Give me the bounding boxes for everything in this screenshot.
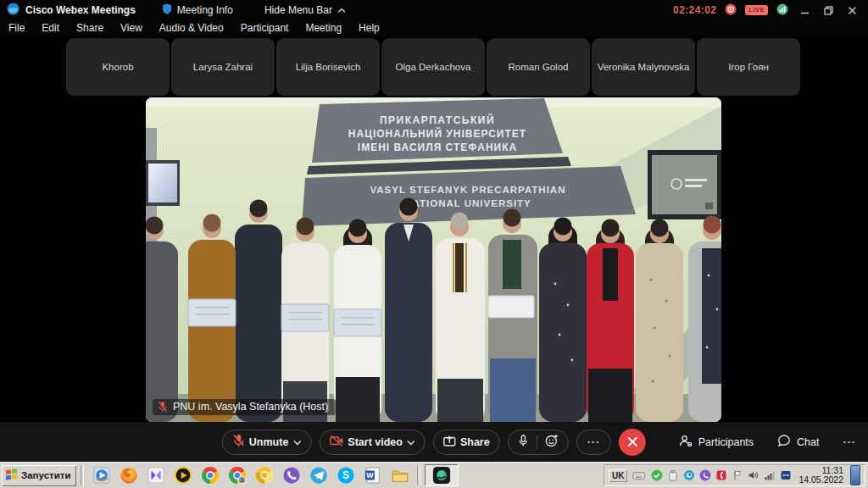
webex-logo-icon xyxy=(7,3,19,18)
divider xyxy=(537,435,537,449)
hide-menu-bar-button[interactable]: Hide Menu Bar xyxy=(264,4,346,16)
participant-tile[interactable]: Larysa Zahrai xyxy=(171,38,275,96)
clock-date: 14.05.2022 xyxy=(798,475,843,485)
left-tv xyxy=(146,160,180,206)
start-video-button[interactable]: Start video xyxy=(319,430,426,455)
mic-muted-icon xyxy=(158,401,168,413)
audio-reactions-group xyxy=(508,430,569,455)
restore-button[interactable] xyxy=(821,3,836,18)
menu-edit[interactable]: Edit xyxy=(33,22,68,34)
meeting-timer: 02:24:02 xyxy=(673,4,716,16)
chevron-up-icon xyxy=(337,4,346,16)
participant-tile[interactable]: Lilja Borisevich xyxy=(276,38,380,96)
svg-text:S: S xyxy=(342,469,349,481)
viber-tray-icon[interactable] xyxy=(698,469,711,482)
network-signal-icon[interactable] xyxy=(763,469,776,482)
meeting-control-bar: Unmute Start video Share xyxy=(0,422,868,462)
participant-tile[interactable]: Ігор Гоян xyxy=(697,38,800,96)
chrome-icon[interactable] xyxy=(200,466,220,485)
menu-audio-video[interactable]: Audio & Video xyxy=(151,22,232,34)
leave-meeting-button[interactable] xyxy=(619,429,646,456)
menu-file[interactable]: File xyxy=(0,22,33,34)
show-desktop-button[interactable] xyxy=(850,465,860,485)
menu-share[interactable]: Share xyxy=(68,22,112,34)
svg-text:NATIONAL UNIVERSITY: NATIONAL UNIVERSITY xyxy=(404,198,531,208)
messenger-tray-icon[interactable] xyxy=(779,469,792,482)
start-button[interactable]: Запустити xyxy=(2,465,76,486)
unmute-button[interactable]: Unmute xyxy=(222,430,312,455)
menu-participant[interactable]: Participant xyxy=(232,22,298,34)
right-tv xyxy=(648,150,721,219)
participant-tile[interactable]: Roman Golod xyxy=(487,38,590,96)
recording-icon[interactable] xyxy=(725,3,737,18)
kmplayer-icon[interactable] xyxy=(146,466,165,485)
file-manager-icon[interactable] xyxy=(390,466,409,485)
taskbar-separator xyxy=(81,465,84,485)
windows-logo-icon xyxy=(5,469,18,483)
menu-meeting[interactable]: Meeting xyxy=(297,22,350,34)
meeting-stats-icon[interactable] xyxy=(776,3,788,18)
chrome-canary-icon[interactable] xyxy=(254,466,274,485)
chat-icon xyxy=(777,435,791,450)
webex-taskbar-button[interactable] xyxy=(425,464,459,486)
app-title: Cisco Webex Meetings xyxy=(25,4,136,16)
media-player-icon[interactable] xyxy=(92,466,111,485)
svg-text:W: W xyxy=(366,471,374,480)
antivirus-check-icon[interactable] xyxy=(650,469,663,482)
taskbar-separator xyxy=(417,465,420,485)
aimp-icon[interactable] xyxy=(173,466,192,485)
red-app-tray-icon[interactable] xyxy=(715,469,727,482)
firefox-icon[interactable] xyxy=(119,466,138,485)
video-scene: ПРИКАРПАТСЬКИЙ НАЦІОНАЛЬНИЙ УНІВЕРСИТЕТ … xyxy=(146,97,721,422)
quick-launch-bar: S W xyxy=(86,466,415,485)
system-tray: UK xyxy=(604,464,865,486)
meeting-info-button[interactable]: Meeting Info xyxy=(162,3,233,17)
participant-tile[interactable]: Olga Derkachova xyxy=(381,38,485,96)
volume-icon[interactable] xyxy=(747,469,760,482)
audio-options-icon[interactable] xyxy=(518,435,529,450)
active-speaker-label: PNU im. Vasyla Stefanyka (Host) xyxy=(153,399,336,415)
shield-icon xyxy=(162,3,172,17)
windows-taskbar: Запустити xyxy=(0,462,868,488)
mic-muted-icon xyxy=(232,434,245,450)
share-button[interactable]: Share xyxy=(433,430,500,455)
flag-tray-icon[interactable] xyxy=(731,469,743,482)
browser-swirl-tray-icon[interactable] xyxy=(682,469,695,482)
telegram-icon[interactable] xyxy=(309,466,328,485)
menu-bar: File Edit Share View Audio & Video Parti… xyxy=(0,20,868,36)
chevron-down-icon[interactable] xyxy=(407,436,415,448)
title-bar: Cisco Webex Meetings Meeting Info Hide M… xyxy=(0,0,868,20)
keyboard-icon[interactable] xyxy=(632,469,645,482)
svg-text:НАЦІОНАЛЬНИЙ УНІВЕРСИТЕТ: НАЦІОНАЛЬНИЙ УНІВЕРСИТЕТ xyxy=(348,127,526,140)
more-options-button[interactable]: ··· xyxy=(576,430,612,455)
language-indicator[interactable]: UK xyxy=(609,469,627,482)
svg-text:ІМЕНІ ВАСИЛЯ СТЕФАНИКА: ІМЕНІ ВАСИЛЯ СТЕФАНИКА xyxy=(358,141,517,153)
active-speaker-video: ПРИКАРПАТСЬКИЙ НАЦІОНАЛЬНИЙ УНІВЕРСИТЕТ … xyxy=(146,97,721,422)
chrome-profile-icon[interactable] xyxy=(227,466,247,485)
chat-panel-button[interactable]: Chat xyxy=(777,435,819,450)
live-badge: LIVE xyxy=(745,5,768,15)
clipboard-tray-icon[interactable] xyxy=(666,469,679,482)
webex-window: Cisco Webex Meetings Meeting Info Hide M… xyxy=(0,0,868,488)
skype-icon[interactable]: S xyxy=(336,466,355,485)
participants-icon xyxy=(679,434,693,450)
participant-tile[interactable]: Veronika Malynovska xyxy=(592,38,695,96)
share-screen-icon xyxy=(443,435,456,449)
participant-tile[interactable]: Khorob xyxy=(66,38,170,96)
svg-text:VASYL STEFANYK PRECARPATHIAN: VASYL STEFANYK PRECARPATHIAN xyxy=(370,185,566,195)
close-button[interactable] xyxy=(844,3,860,18)
panel-overflow-button[interactable]: ··· xyxy=(843,436,857,448)
chevron-down-icon[interactable] xyxy=(292,436,301,448)
word-icon[interactable]: W xyxy=(363,466,382,485)
minimize-button[interactable] xyxy=(797,3,812,18)
viber-icon[interactable] xyxy=(281,466,301,485)
participant-strip: Khorob Larysa Zahrai Lilja Borisevich Ol… xyxy=(0,36,868,97)
participants-panel-button[interactable]: Participants xyxy=(679,434,754,450)
camera-off-icon xyxy=(329,435,343,449)
menu-help[interactable]: Help xyxy=(350,22,388,34)
menu-view[interactable]: View xyxy=(112,22,151,34)
reactions-icon[interactable] xyxy=(545,434,559,450)
svg-text:ПРИКАРПАТСЬКИЙ: ПРИКАРПАТСЬКИЙ xyxy=(380,114,495,126)
taskbar-clock[interactable]: 11:31 14.05.2022 xyxy=(797,466,845,485)
